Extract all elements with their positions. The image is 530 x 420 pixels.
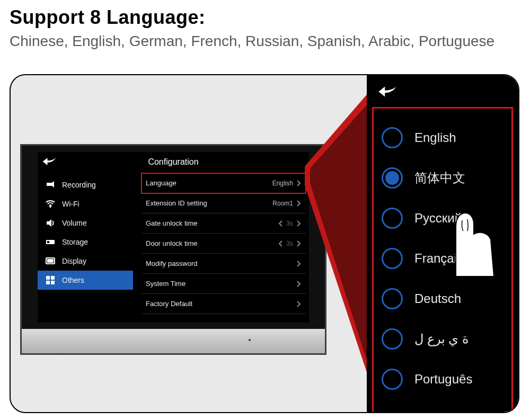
sidebar-item-storage[interactable]: Storage bbox=[38, 233, 133, 252]
language-option[interactable]: Français bbox=[382, 238, 514, 279]
language-panel: English简体中文РусскийFrançaisDeutschة ي برع… bbox=[367, 75, 518, 413]
camera-icon bbox=[45, 180, 56, 190]
language-label: Português bbox=[414, 372, 472, 387]
setting-value: 3s bbox=[286, 220, 293, 227]
language-option[interactable]: Português bbox=[382, 359, 514, 399]
product-frame: Configuration RecordingWi-FiVolumeStorag… bbox=[10, 74, 519, 413]
sidebar-item-label: Wi-Fi bbox=[62, 200, 80, 208]
page-subtitle: Chinese, English, German, French, Russia… bbox=[10, 33, 520, 50]
radio-icon bbox=[382, 248, 403, 269]
setting-value-wrap bbox=[293, 301, 301, 307]
chevron-right-icon bbox=[296, 220, 301, 227]
setting-row-factory-default[interactable]: Factory Default bbox=[142, 294, 306, 314]
setting-label: System Time bbox=[146, 280, 186, 288]
sidebar: RecordingWi-FiVolumeStorageDisplayOthers bbox=[38, 175, 133, 290]
screen-title: Configuration bbox=[38, 157, 309, 167]
chevron-right-icon bbox=[296, 200, 301, 207]
language-label: Deutsch bbox=[414, 291, 461, 306]
language-label: Français bbox=[414, 251, 463, 266]
chevron-right-icon bbox=[296, 261, 301, 267]
sidebar-item-label: Others bbox=[62, 276, 84, 284]
volume-icon bbox=[45, 218, 56, 228]
chevron-left-icon bbox=[279, 220, 283, 227]
setting-row-gate-unlock-time[interactable]: Gate unlock time3s bbox=[142, 213, 306, 234]
sidebar-item-label: Recording bbox=[62, 181, 96, 189]
device-monitor: Configuration RecordingWi-FiVolumeStorag… bbox=[20, 144, 326, 355]
device-screen: Configuration RecordingWi-FiVolumeStorag… bbox=[38, 152, 309, 323]
language-list: English简体中文РусскийFrançaisDeutschة ي برع… bbox=[382, 118, 514, 399]
setting-value-wrap: 3s bbox=[279, 220, 301, 227]
sidebar-item-display[interactable]: Display bbox=[38, 252, 133, 271]
setting-label: Factory Default bbox=[146, 300, 192, 308]
back-arrow-icon bbox=[377, 85, 398, 99]
device-bezel bbox=[22, 329, 325, 353]
chevron-right-icon bbox=[296, 180, 301, 186]
setting-value-wrap: 3s bbox=[279, 240, 301, 247]
setting-row-door-unlock-time[interactable]: Door unlock time3s bbox=[142, 234, 306, 254]
sidebar-item-label: Display bbox=[62, 257, 86, 265]
svg-rect-4 bbox=[46, 276, 50, 280]
others-icon bbox=[45, 275, 56, 285]
svg-rect-3 bbox=[47, 259, 54, 263]
sidebar-item-label: Volume bbox=[62, 219, 87, 227]
sidebar-item-wi-fi[interactable]: Wi-Fi bbox=[38, 194, 133, 213]
language-option[interactable]: Русский bbox=[382, 198, 514, 238]
setting-value-wrap bbox=[293, 281, 301, 287]
sidebar-item-others[interactable]: Others bbox=[38, 271, 133, 290]
language-label: ة ي برع ل bbox=[414, 332, 469, 346]
setting-label: Modify password bbox=[146, 260, 198, 267]
chevron-right-icon bbox=[296, 240, 301, 247]
svg-rect-6 bbox=[46, 281, 50, 284]
setting-value: English bbox=[272, 180, 293, 187]
display-icon bbox=[45, 256, 56, 266]
sidebar-item-label: Storage bbox=[62, 238, 88, 246]
language-label: Русский bbox=[414, 211, 462, 226]
setting-value-wrap: Room1 bbox=[272, 200, 301, 207]
storage-icon bbox=[45, 237, 56, 247]
setting-label: Gate unlock time bbox=[146, 219, 198, 227]
svg-rect-7 bbox=[51, 281, 55, 284]
page-title: Support 8 Language: bbox=[10, 6, 520, 29]
setting-label: Extension ID setting bbox=[146, 199, 207, 207]
svg-rect-5 bbox=[51, 276, 55, 280]
chevron-right-icon bbox=[296, 281, 301, 287]
setting-value-wrap: English bbox=[272, 180, 301, 187]
setting-value: 3s bbox=[286, 240, 293, 247]
language-label: 简体中文 bbox=[414, 169, 465, 186]
radio-icon bbox=[382, 127, 403, 148]
setting-row-modify-password[interactable]: Modify password bbox=[142, 254, 306, 274]
setting-label: Door unlock time bbox=[146, 239, 198, 247]
wifi-icon bbox=[45, 199, 56, 209]
chevron-right-icon bbox=[296, 301, 301, 307]
setting-value-wrap bbox=[293, 261, 301, 267]
setting-row-system-time[interactable]: System Time bbox=[142, 274, 306, 294]
radio-icon bbox=[382, 288, 403, 309]
language-option[interactable]: 简体中文 bbox=[382, 158, 514, 198]
language-back-button[interactable] bbox=[377, 85, 518, 101]
setting-row-language[interactable]: LanguageEnglish bbox=[142, 173, 306, 193]
sidebar-item-recording[interactable]: Recording bbox=[38, 175, 133, 194]
svg-rect-1 bbox=[47, 241, 49, 243]
language-option[interactable]: Deutsch bbox=[382, 279, 514, 319]
language-option[interactable]: ة ي برع ل bbox=[382, 319, 514, 359]
radio-icon bbox=[382, 208, 403, 229]
device-indicator bbox=[249, 339, 251, 341]
setting-value: Room1 bbox=[272, 200, 293, 207]
sidebar-item-volume[interactable]: Volume bbox=[38, 213, 133, 233]
language-label: English bbox=[414, 130, 456, 145]
radio-icon bbox=[382, 369, 403, 390]
settings-list: LanguageEnglishExtension ID settingRoom1… bbox=[142, 173, 306, 314]
radio-icon bbox=[382, 167, 403, 189]
setting-label: Language bbox=[146, 179, 176, 187]
radio-icon bbox=[382, 328, 403, 350]
chevron-left-icon bbox=[279, 240, 283, 247]
setting-row-extension-id-setting[interactable]: Extension ID settingRoom1 bbox=[142, 193, 306, 213]
language-option[interactable]: English bbox=[382, 118, 514, 158]
